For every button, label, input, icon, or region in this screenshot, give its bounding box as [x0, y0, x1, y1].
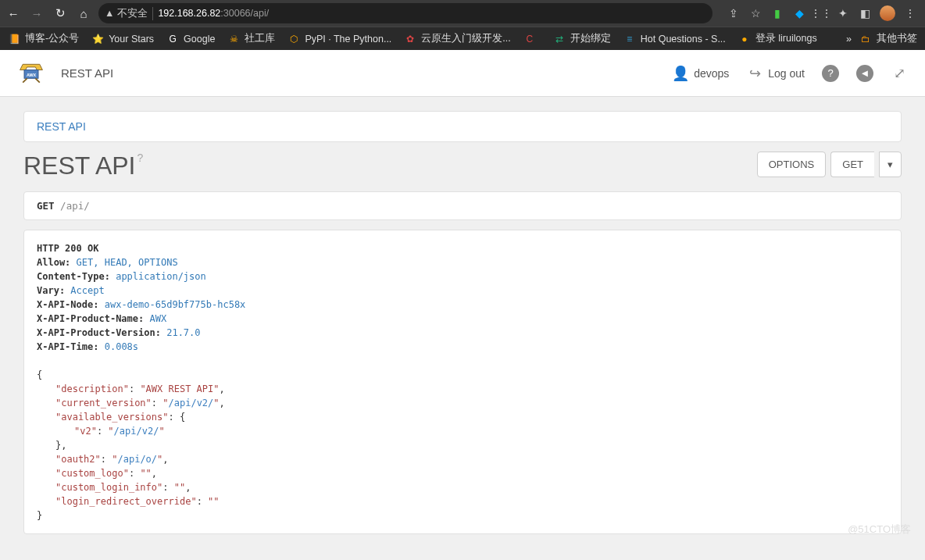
bookmarks-bar: 📙博客-公众号⭐Your StarsGGoogle☠社工库⬡PyPI · The…	[0, 27, 925, 50]
user-icon: 👤	[672, 65, 689, 82]
home-icon[interactable]: ⌂	[75, 5, 92, 22]
help-button[interactable]: ?	[822, 65, 839, 82]
expand-icon: ⤢	[891, 65, 908, 82]
logout-label: Log out	[768, 67, 805, 80]
warning-icon: ▲	[105, 8, 114, 19]
bookmark-item[interactable]: ⇄开始绑定	[553, 32, 611, 45]
help-sup-icon[interactable]: ?	[137, 152, 143, 164]
response-panel: HTTP 200 OKAllow: GET, HEAD, OPTIONSCont…	[23, 230, 902, 534]
bookmark-item[interactable]: ✿云原生入门级开发...	[404, 32, 510, 45]
bookmark-item[interactable]: ☠社工库	[227, 32, 275, 45]
breadcrumb[interactable]: REST API	[37, 120, 86, 133]
options-button[interactable]: OPTIONS	[757, 152, 827, 177]
svg-marker-0	[20, 64, 43, 70]
bookmark-item[interactable]: ≡Hot Questions - S...	[623, 33, 726, 45]
profile-avatar[interactable]	[880, 5, 895, 21]
username: devops	[694, 67, 729, 80]
bookmark-item[interactable]: ⬡PyPI · The Python...	[288, 33, 391, 45]
back-icon[interactable]: ←	[5, 5, 22, 22]
bookmark-item[interactable]: ⭐Your Stars	[91, 33, 154, 45]
url-bar[interactable]: ▲ 不安全 192.168.26.82:30066/api/	[98, 3, 712, 23]
ext3-icon[interactable]: ⋮⋮	[814, 6, 828, 20]
user-menu[interactable]: 👤 devops	[672, 65, 729, 82]
ext1-icon[interactable]: ▮	[770, 6, 784, 20]
toolbar-icons: ⇪ ☆ ▮ ◆ ⋮⋮ ✦ ◧ ⋮	[723, 5, 920, 21]
browser-chrome: ← → ↻ ⌂ ▲ 不安全 192.168.26.82:30066/api/ ⇪…	[0, 0, 925, 50]
svg-text:AWX: AWX	[27, 72, 37, 77]
extensions-icon[interactable]: ✦	[836, 6, 850, 20]
app-title: REST API	[61, 66, 113, 80]
help-icon: ?	[822, 65, 839, 82]
sidepanel-icon[interactable]: ◧	[858, 6, 872, 20]
request-method: GET	[37, 200, 55, 212]
star-icon[interactable]: ☆	[748, 6, 762, 20]
expand-button[interactable]: ⤢	[891, 65, 908, 82]
back-circle-icon: ◄	[856, 65, 873, 82]
ext2-icon[interactable]: ◆	[792, 6, 806, 20]
logout-button[interactable]: ↪ Log out	[746, 65, 805, 82]
breadcrumb-panel: REST API	[23, 111, 902, 142]
other-bookmarks[interactable]: 🗀其他书签	[859, 32, 917, 45]
bookmark-item[interactable]: C	[523, 33, 541, 45]
request-path: /api/	[60, 200, 90, 212]
get-button[interactable]: GET	[830, 152, 874, 177]
request-panel: GET /api/	[23, 191, 902, 220]
bookmark-item[interactable]: ●登录 liruilongs	[738, 32, 817, 45]
logout-icon: ↪	[746, 65, 763, 82]
svg-line-4	[35, 78, 39, 82]
bookmarks-more[interactable]: »	[846, 34, 852, 45]
get-dropdown[interactable]: ▾	[879, 152, 902, 177]
menu-icon[interactable]: ⋮	[903, 6, 917, 20]
get-button-group: GET ▾	[826, 152, 902, 177]
svg-line-3	[23, 78, 27, 82]
bookmark-item[interactable]: GGoogle	[166, 33, 215, 45]
share-icon[interactable]: ⇪	[727, 6, 741, 20]
page-title: REST API?	[23, 152, 143, 180]
watermark: @51CTO博客	[848, 523, 911, 537]
bookmark-item[interactable]: 📙博客-公众号	[8, 32, 79, 45]
url-text: 192.168.26.82:30066/api/	[158, 8, 269, 19]
back-button[interactable]: ◄	[856, 65, 873, 82]
awx-logo[interactable]: AWX	[17, 62, 45, 85]
security-label: 不安全	[117, 7, 148, 20]
security-warning: ▲ 不安全	[105, 7, 153, 20]
app-header: AWX REST API 👤 devops ↪ Log out ? ◄ ⤢	[0, 50, 925, 97]
reload-icon[interactable]: ↻	[52, 5, 69, 22]
forward-icon[interactable]: →	[28, 5, 45, 22]
